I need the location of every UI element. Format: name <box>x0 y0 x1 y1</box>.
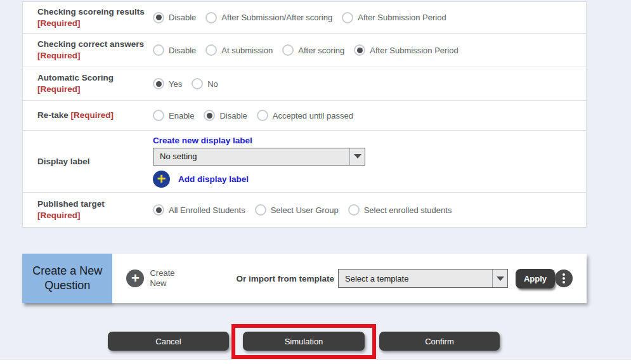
radio-all-enrolled-students[interactable]: All Enrolled Students <box>153 204 245 216</box>
import-from-template-label: Or import from template <box>236 274 334 283</box>
radio-selected-icon <box>153 12 164 23</box>
radio-select-user-group[interactable]: Select User Group <box>255 204 339 216</box>
radio-after-submission-period[interactable]: After Submission Period <box>342 12 446 23</box>
settings-form-panel: Checking scoreing results [Required] Dis… <box>22 1 587 228</box>
radio-accepted-until-passed[interactable]: Accepted until passed <box>257 110 353 121</box>
radio-disable[interactable]: Disable <box>204 110 247 121</box>
dropdown-arrow-button[interactable] <box>492 270 507 287</box>
required-badge: [Required] <box>37 18 81 28</box>
row-display-label: Display label Create new display label N… <box>23 131 586 193</box>
radio-yes[interactable]: Yes <box>153 78 182 89</box>
simulation-button[interactable]: Simulation <box>243 332 365 351</box>
radio-selected-icon <box>153 78 164 89</box>
required-badge: [Required] <box>37 51 81 60</box>
radio-label: No <box>207 79 218 89</box>
apply-button[interactable]: Apply <box>516 269 555 289</box>
chevron-down-icon <box>354 154 361 159</box>
radio-label: Disable <box>169 13 196 22</box>
section-title: Create a New Question <box>22 254 112 303</box>
kebab-menu-icon[interactable] <box>555 270 573 287</box>
row-checking-scoring-results: Checking scoreing results [Required] Dis… <box>23 2 586 34</box>
row-label-text: Checking scoreing results <box>37 7 145 16</box>
radio-icon <box>153 110 164 121</box>
radio-icon <box>282 44 294 56</box>
create-new-button[interactable]: + Create New <box>126 268 183 289</box>
radio-label: All Enrolled Students <box>169 205 245 215</box>
row-label: Display label <box>23 156 153 167</box>
row-published-target: Published target [Required] All Enrolled… <box>23 193 586 227</box>
required-badge: [Required] <box>37 211 81 220</box>
required-badge: [Required] <box>71 110 114 120</box>
display-label-select[interactable]: No setting <box>153 148 365 166</box>
radio-select-enrolled-students[interactable]: Select enrolled students <box>348 204 452 216</box>
radio-label: Select User Group <box>271 205 339 215</box>
radio-icon <box>205 44 217 56</box>
plus-icon: + <box>126 270 144 287</box>
cancel-button[interactable]: Cancel <box>108 332 229 351</box>
row-automatic-scoring: Automatic Scoring [Required] Yes No <box>23 67 586 101</box>
template-select-value: Select a template <box>339 274 492 283</box>
dropdown-arrow-button[interactable] <box>349 148 365 165</box>
plus-icon: + <box>153 171 170 188</box>
row-retake: Re-take [Required] Enable Disable Accept… <box>23 101 586 131</box>
row-label: Re-take [Required] <box>23 110 153 121</box>
radio-label: Yes <box>169 79 182 89</box>
radio-selected-icon <box>354 44 365 56</box>
row-label-text: Re-take <box>37 110 68 120</box>
radio-icon <box>342 12 353 23</box>
radio-group-retake: Enable Disable Accepted until passed <box>153 110 586 121</box>
radio-label: Enable <box>169 111 194 120</box>
radio-at-submission[interactable]: At submission <box>205 44 273 56</box>
create-new-display-label-link[interactable]: Create new display label <box>153 136 252 145</box>
radio-icon <box>257 110 268 121</box>
confirm-button[interactable]: Confirm <box>379 332 500 351</box>
radio-selected-icon <box>204 110 215 121</box>
radio-after-scoring[interactable]: After scoring <box>282 44 344 56</box>
radio-group-published-target: All Enrolled Students Select User Group … <box>153 204 586 216</box>
radio-group-correct-answers: Disable At submission After scoring Afte… <box>153 44 586 56</box>
radio-disable[interactable]: Disable <box>153 44 196 56</box>
radio-label: After Submission/After scoring <box>221 13 332 22</box>
chevron-down-icon <box>497 276 504 281</box>
row-label: Checking scoreing results [Required] <box>23 6 153 29</box>
radio-label: After Submission Period <box>358 13 446 22</box>
row-label: Published target [Required] <box>23 198 153 221</box>
radio-group-automatic-scoring: Yes No <box>153 78 586 89</box>
radio-icon <box>205 12 217 23</box>
radio-icon <box>348 204 360 216</box>
row-label-text: Checking correct answers <box>37 39 144 49</box>
row-label: Automatic Scoring [Required] <box>23 72 153 94</box>
radio-icon <box>255 204 266 216</box>
radio-label: At submission <box>221 46 273 55</box>
radio-icon <box>192 78 203 89</box>
radio-label: Select enrolled students <box>364 205 452 215</box>
radio-after-submission-period[interactable]: After Submission Period <box>354 44 458 56</box>
radio-label: After Submission Period <box>370 46 458 55</box>
template-select[interactable]: Select a template <box>338 269 508 288</box>
radio-selected-icon <box>153 204 164 216</box>
radio-label: Accepted until passed <box>273 111 353 120</box>
create-question-section: Create a New Question + Create New Or im… <box>22 254 587 303</box>
add-display-label-button[interactable]: + Add display label <box>153 171 249 188</box>
radio-disable[interactable]: Disable <box>153 12 196 23</box>
radio-no[interactable]: No <box>192 78 218 89</box>
section-content: + Create New Or import from template Sel… <box>112 254 587 303</box>
radio-label: Disable <box>169 46 196 55</box>
bottom-strip <box>0 359 631 364</box>
radio-label: After scoring <box>298 46 344 55</box>
add-display-label-text: Add display label <box>178 174 249 184</box>
display-label-select-value: No setting <box>153 152 349 161</box>
row-label-text: Display label <box>37 157 90 166</box>
required-badge: [Required] <box>37 84 81 94</box>
radio-after-submission-after-scoring[interactable]: After Submission/After scoring <box>205 12 332 23</box>
row-label: Checking correct answers [Required] <box>23 39 153 61</box>
row-checking-correct-answers: Checking correct answers [Required] Disa… <box>23 34 586 67</box>
row-label-text: Automatic Scoring <box>37 73 114 82</box>
radio-icon <box>153 44 164 56</box>
row-label-text: Published target <box>37 199 105 209</box>
create-new-label: Create New <box>150 268 183 289</box>
radio-enable[interactable]: Enable <box>153 110 194 121</box>
radio-label: Disable <box>219 111 247 120</box>
display-label-controls: Create new display label No setting + Ad… <box>153 131 586 193</box>
radio-group-scoring-results: Disable After Submission/After scoring A… <box>153 12 586 23</box>
